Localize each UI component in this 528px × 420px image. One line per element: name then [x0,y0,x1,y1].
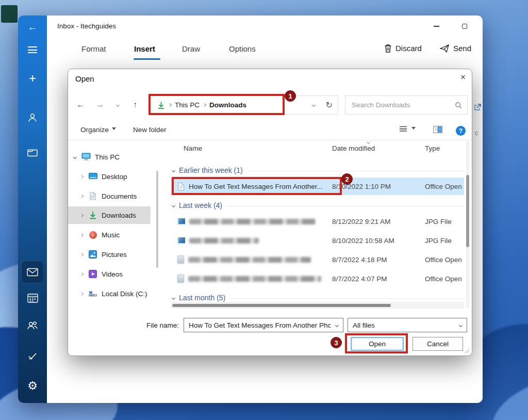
organize-menu[interactable]: Organize [80,126,116,134]
tab-insert[interactable]: Insert [134,44,155,53]
menu-button[interactable] [18,46,47,53]
group-rule [229,298,464,299]
tree-item-music[interactable]: ♪ Music [68,226,169,244]
people-icon [27,321,38,330]
annotation-box-open-button [345,333,408,353]
group-header-earlier-this-week[interactable]: Earlier this week (1) [171,164,464,176]
chevron-right-icon[interactable] [80,252,84,256]
chevron-down-icon [172,168,175,172]
nav-back-button[interactable]: ← [76,100,85,109]
cancel-button[interactable]: Cancel [412,337,463,351]
file-row[interactable]: 8/7/2022 4:18 PM Office Open [171,251,464,268]
column-header-date[interactable]: Date modified [332,144,375,152]
send-button[interactable]: Send [440,44,471,53]
preview-pane-button[interactable] [433,126,442,133]
this-pc-icon [81,153,91,161]
people-nav-button[interactable] [18,321,47,330]
annotation-badge-3: 3 [331,337,342,348]
discard-button[interactable]: Discard [384,44,422,53]
documents-icon [88,192,98,200]
nav-up-button[interactable]: ↑ [133,100,137,109]
address-dropdown[interactable] [312,103,316,107]
dialog-close-button[interactable]: × [460,72,466,83]
mail-nav-button[interactable] [21,261,44,283]
refresh-icon: ↻ [326,101,333,109]
chevron-right-icon[interactable] [80,174,84,178]
file-type: JPG File [425,237,465,245]
back-icon: ← [76,100,85,109]
pictures-icon [88,250,98,259]
accounts-button[interactable] [18,112,47,123]
send-label: Send [453,44,471,53]
mail-sidebar: ← + ⚙ [18,15,47,403]
new-folder-button[interactable]: New folder [133,126,167,134]
file-type: Office Open [425,183,465,190]
chevron-right-icon[interactable] [80,194,84,198]
chevron-right-icon[interactable] [80,233,84,236]
tab-draw[interactable]: Draw [182,44,200,53]
calendar-icon [27,293,38,303]
help-button[interactable]: ? [456,126,466,136]
resize-grip[interactable] [465,348,470,353]
image-file-icon [177,237,185,244]
refresh-button[interactable]: ↻ [326,100,333,110]
column-header-name[interactable]: Name [184,144,202,152]
tree-item-documents[interactable]: Documents [68,187,169,205]
view-mode-button[interactable] [399,126,416,132]
group-label: Earlier this week (1) [179,166,243,174]
new-mail-button[interactable]: + [18,71,47,86]
nav-history-dropdown[interactable] [116,103,120,107]
group-label: Last month (5) [179,294,225,302]
column-header-type[interactable]: Type [425,144,440,152]
tree-item-label: Videos [102,270,123,278]
partial-text-fragment: c [475,129,478,137]
chevron-down-icon [172,296,175,299]
file-row[interactable]: 8/7/2022 4:07 PM Office Open [171,270,464,287]
tree-item-downloads[interactable]: Downloads [68,206,169,224]
file-row[interactable]: 8/12/2022 9:21 AM JPG File [171,213,464,230]
back-icon: ← [28,22,38,33]
hamburger-icon [28,46,37,53]
tree-item-desktop[interactable]: Desktop [68,168,169,185]
gear-icon: ⚙ [27,379,38,393]
chevron-right-icon[interactable] [80,292,84,295]
file-date: 8/7/2022 4:07 PM [332,275,387,283]
maximize-button[interactable] [458,21,471,32]
tab-options[interactable]: Options [229,44,256,53]
todo-nav-button[interactable] [18,352,47,360]
tab-format[interactable]: Format [81,44,106,53]
file-date: 8/12/2022 9:21 AM [332,218,390,225]
tree-item-this-pc[interactable]: This PC [68,148,169,166]
file-name-value: How To Get Text Messages From Another Ph… [189,321,331,329]
nav-forward-button[interactable]: → [96,100,104,109]
badge-number: 2 [345,175,349,183]
file-type: Office Open [425,256,465,264]
help-glyph: ? [459,127,463,135]
chevron-right-icon[interactable] [80,272,84,276]
minimize-button[interactable] [430,21,443,32]
tree-item-label: Local Disk (C:) [102,290,147,298]
file-type: JPG File [425,218,465,225]
chevron-right-icon[interactable] [80,213,84,217]
expand-icon [474,103,482,111]
tree-item-local-disk[interactable]: Local Disk (C:) [68,285,169,302]
dialog-title: Open [75,74,94,83]
badge-number: 1 [288,92,292,100]
chevron-down-icon[interactable] [73,155,77,158]
file-type-combo[interactable]: All files [348,318,467,332]
tree-item-pictures[interactable]: Pictures [68,246,169,263]
file-name-combo[interactable]: How To Get Text Messages From Another Ph… [184,318,343,332]
tree-item-videos[interactable]: Videos [68,265,169,283]
horizontal-scrollbar-thumb[interactable] [172,304,391,307]
tree-item-label: Desktop [102,173,127,181]
settings-button[interactable]: ⚙ [18,379,47,393]
file-row[interactable]: 8/10/2022 10:58 AM JPG File [171,232,464,249]
group-header-last-week[interactable]: Last week (4) [171,199,464,212]
search-input[interactable] [345,96,467,114]
tree-scrollbar[interactable] [156,171,158,268]
back-button[interactable]: ← [18,22,47,33]
close-icon: × [460,72,466,82]
vertical-scrollbar-thumb[interactable] [466,175,469,247]
calendar-nav-button[interactable] [18,293,47,303]
folders-button[interactable] [18,149,47,157]
